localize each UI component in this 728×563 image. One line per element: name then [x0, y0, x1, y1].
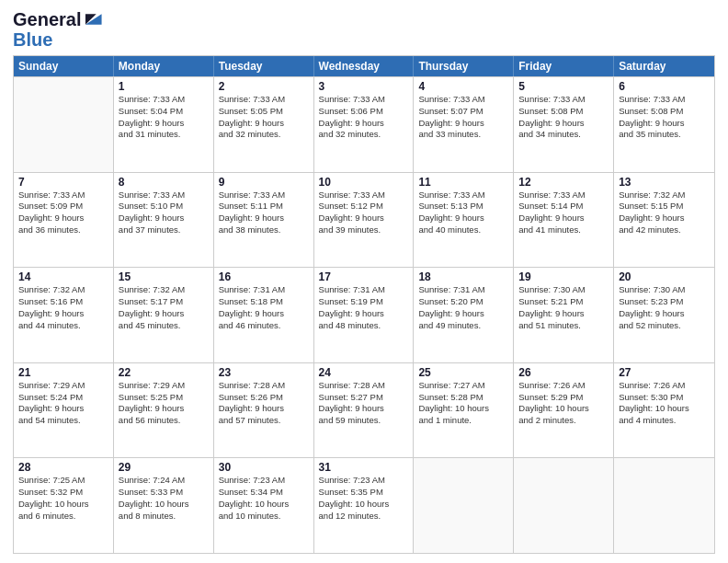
calendar-cell: 1Sunrise: 7:33 AM Sunset: 5:04 PM Daylig…: [114, 77, 214, 172]
day-info: Sunrise: 7:30 AM Sunset: 5:21 PM Dayligh…: [518, 284, 609, 331]
weekday-header: Sunday: [14, 56, 114, 76]
calendar-cell: 10Sunrise: 7:33 AM Sunset: 5:12 PM Dayli…: [314, 173, 415, 268]
day-info: Sunrise: 7:32 AM Sunset: 5:17 PM Dayligh…: [119, 284, 209, 331]
day-number: 12: [518, 176, 609, 189]
calendar-week: 28Sunrise: 7:25 AM Sunset: 5:32 PM Dayli…: [14, 457, 714, 553]
calendar-cell: 14Sunrise: 7:32 AM Sunset: 5:16 PM Dayli…: [14, 268, 114, 362]
page: General Blue SundayMondayTuesdayWednesda…: [0, 0, 728, 563]
day-info: Sunrise: 7:25 AM Sunset: 5:32 PM Dayligh…: [18, 475, 108, 522]
day-info: Sunrise: 7:31 AM Sunset: 5:19 PM Dayligh…: [319, 284, 409, 331]
weekday-header: Tuesday: [214, 56, 314, 76]
day-number: 6: [619, 80, 710, 93]
calendar-cell: [614, 458, 714, 553]
calendar-body: 1Sunrise: 7:33 AM Sunset: 5:04 PM Daylig…: [14, 76, 714, 553]
day-number: 16: [219, 270, 309, 283]
day-number: 14: [18, 270, 108, 283]
day-info: Sunrise: 7:31 AM Sunset: 5:20 PM Dayligh…: [418, 284, 508, 331]
day-info: Sunrise: 7:23 AM Sunset: 5:35 PM Dayligh…: [319, 475, 409, 522]
day-number: 28: [18, 461, 108, 474]
day-info: Sunrise: 7:33 AM Sunset: 5:12 PM Dayligh…: [319, 190, 409, 236]
day-number: 21: [18, 366, 108, 379]
day-number: 27: [619, 366, 710, 379]
day-number: 11: [418, 176, 508, 189]
calendar-cell: 13Sunrise: 7:32 AM Sunset: 5:15 PM Dayli…: [614, 173, 714, 268]
calendar-week: 7Sunrise: 7:33 AM Sunset: 5:09 PM Daylig…: [14, 172, 714, 268]
day-info: Sunrise: 7:33 AM Sunset: 5:09 PM Dayligh…: [18, 190, 108, 236]
calendar-cell: 17Sunrise: 7:31 AM Sunset: 5:19 PM Dayli…: [314, 268, 415, 362]
logo: General Blue: [13, 9, 103, 50]
day-number: 25: [418, 366, 508, 379]
day-number: 17: [319, 270, 409, 283]
day-info: Sunrise: 7:33 AM Sunset: 5:11 PM Dayligh…: [219, 190, 309, 236]
day-number: 15: [119, 270, 209, 283]
logo-icon: [83, 9, 103, 29]
calendar-cell: 7Sunrise: 7:33 AM Sunset: 5:09 PM Daylig…: [14, 173, 114, 268]
logo-text: General: [13, 9, 81, 29]
calendar: SundayMondayTuesdayWednesdayThursdayFrid…: [13, 55, 715, 554]
day-number: 18: [418, 270, 508, 283]
calendar-cell: 21Sunrise: 7:29 AM Sunset: 5:24 PM Dayli…: [14, 363, 114, 458]
calendar-cell: 19Sunrise: 7:30 AM Sunset: 5:21 PM Dayli…: [514, 268, 614, 362]
day-number: 4: [418, 80, 508, 93]
calendar-cell: 15Sunrise: 7:32 AM Sunset: 5:17 PM Dayli…: [114, 268, 214, 362]
day-number: 8: [119, 176, 209, 189]
calendar-cell: 30Sunrise: 7:23 AM Sunset: 5:34 PM Dayli…: [214, 458, 314, 553]
weekday-header: Saturday: [614, 56, 714, 76]
calendar-cell: 16Sunrise: 7:31 AM Sunset: 5:18 PM Dayli…: [214, 268, 314, 362]
calendar-week: 1Sunrise: 7:33 AM Sunset: 5:04 PM Daylig…: [14, 76, 714, 172]
calendar-header-row: SundayMondayTuesdayWednesdayThursdayFrid…: [14, 56, 714, 76]
day-info: Sunrise: 7:30 AM Sunset: 5:23 PM Dayligh…: [619, 284, 710, 331]
calendar-week: 21Sunrise: 7:29 AM Sunset: 5:24 PM Dayli…: [14, 362, 714, 458]
day-number: 5: [518, 80, 609, 93]
calendar-cell: 28Sunrise: 7:25 AM Sunset: 5:32 PM Dayli…: [14, 458, 114, 553]
calendar-cell: 20Sunrise: 7:30 AM Sunset: 5:23 PM Dayli…: [614, 268, 714, 362]
weekday-header: Thursday: [414, 56, 514, 76]
day-info: Sunrise: 7:32 AM Sunset: 5:15 PM Dayligh…: [619, 190, 710, 236]
day-info: Sunrise: 7:32 AM Sunset: 5:16 PM Dayligh…: [18, 284, 108, 331]
day-info: Sunrise: 7:33 AM Sunset: 5:10 PM Dayligh…: [119, 190, 209, 236]
day-info: Sunrise: 7:26 AM Sunset: 5:29 PM Dayligh…: [518, 380, 609, 427]
day-number: 29: [119, 461, 209, 474]
day-info: Sunrise: 7:33 AM Sunset: 5:08 PM Dayligh…: [518, 94, 609, 141]
logo-blue: Blue: [13, 29, 103, 50]
day-number: 22: [119, 366, 209, 379]
calendar-cell: 22Sunrise: 7:29 AM Sunset: 5:25 PM Dayli…: [114, 363, 214, 458]
calendar-cell: 11Sunrise: 7:33 AM Sunset: 5:13 PM Dayli…: [414, 173, 514, 268]
calendar-cell: 27Sunrise: 7:26 AM Sunset: 5:30 PM Dayli…: [614, 363, 714, 458]
day-info: Sunrise: 7:29 AM Sunset: 5:24 PM Dayligh…: [18, 380, 108, 427]
calendar-cell: 29Sunrise: 7:24 AM Sunset: 5:33 PM Dayli…: [114, 458, 214, 553]
calendar-cell: 9Sunrise: 7:33 AM Sunset: 5:11 PM Daylig…: [214, 173, 314, 268]
day-info: Sunrise: 7:33 AM Sunset: 5:13 PM Dayligh…: [418, 190, 508, 236]
day-info: Sunrise: 7:33 AM Sunset: 5:04 PM Dayligh…: [119, 94, 209, 141]
day-info: Sunrise: 7:33 AM Sunset: 5:07 PM Dayligh…: [418, 94, 508, 141]
calendar-cell: 24Sunrise: 7:28 AM Sunset: 5:27 PM Dayli…: [314, 363, 415, 458]
weekday-header: Monday: [114, 56, 214, 76]
day-info: Sunrise: 7:24 AM Sunset: 5:33 PM Dayligh…: [119, 475, 209, 522]
calendar-cell: 6Sunrise: 7:33 AM Sunset: 5:08 PM Daylig…: [614, 77, 714, 172]
weekday-header: Wednesday: [314, 56, 415, 76]
day-number: 1: [119, 80, 209, 93]
day-info: Sunrise: 7:33 AM Sunset: 5:14 PM Dayligh…: [518, 190, 609, 236]
calendar-cell: 3Sunrise: 7:33 AM Sunset: 5:06 PM Daylig…: [314, 77, 415, 172]
calendar-cell: 26Sunrise: 7:26 AM Sunset: 5:29 PM Dayli…: [514, 363, 614, 458]
day-info: Sunrise: 7:28 AM Sunset: 5:26 PM Dayligh…: [219, 380, 309, 427]
calendar-cell: 23Sunrise: 7:28 AM Sunset: 5:26 PM Dayli…: [214, 363, 314, 458]
day-info: Sunrise: 7:26 AM Sunset: 5:30 PM Dayligh…: [619, 380, 710, 427]
calendar-cell: 31Sunrise: 7:23 AM Sunset: 5:35 PM Dayli…: [314, 458, 415, 553]
calendar-cell: 5Sunrise: 7:33 AM Sunset: 5:08 PM Daylig…: [514, 77, 614, 172]
day-number: 2: [219, 80, 309, 93]
day-number: 7: [18, 176, 108, 189]
day-number: 24: [319, 366, 409, 379]
day-info: Sunrise: 7:31 AM Sunset: 5:18 PM Dayligh…: [219, 284, 309, 331]
day-number: 31: [319, 461, 409, 474]
calendar-cell: 8Sunrise: 7:33 AM Sunset: 5:10 PM Daylig…: [114, 173, 214, 268]
calendar-week: 14Sunrise: 7:32 AM Sunset: 5:16 PM Dayli…: [14, 267, 714, 362]
calendar-cell: 12Sunrise: 7:33 AM Sunset: 5:14 PM Dayli…: [514, 173, 614, 268]
day-info: Sunrise: 7:33 AM Sunset: 5:06 PM Dayligh…: [319, 94, 409, 141]
day-number: 10: [319, 176, 409, 189]
day-info: Sunrise: 7:33 AM Sunset: 5:08 PM Dayligh…: [619, 94, 710, 141]
calendar-cell: 18Sunrise: 7:31 AM Sunset: 5:20 PM Dayli…: [414, 268, 514, 362]
day-number: 9: [219, 176, 309, 189]
header: General Blue: [13, 9, 715, 50]
day-info: Sunrise: 7:29 AM Sunset: 5:25 PM Dayligh…: [119, 380, 209, 427]
